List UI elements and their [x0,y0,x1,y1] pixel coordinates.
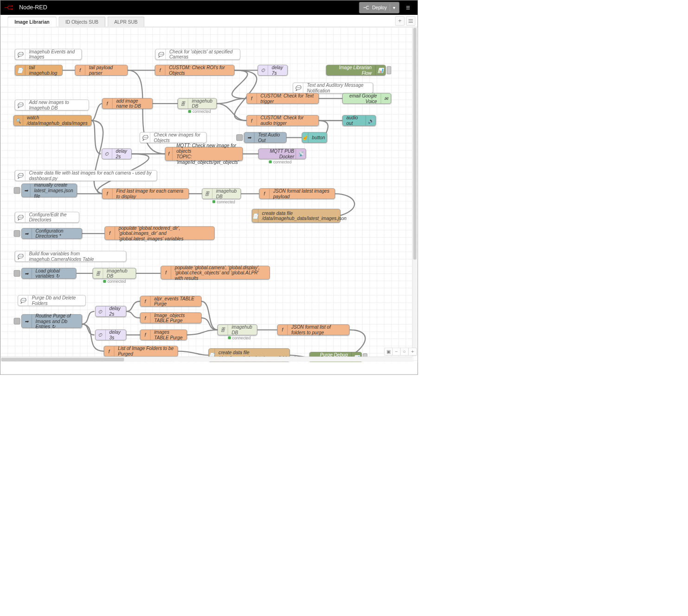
function-icon: f [75,65,85,75]
horizontal-scrollbar[interactable] [0,357,412,362]
node-config-dirs[interactable]: ➡ Configuration Directories * [21,228,82,239]
navigator-button[interactable]: ▣ [385,348,392,356]
speech-icon: 💬 [15,100,26,110]
database-icon: 🗄 [93,268,103,279]
add-tab-button[interactable]: + [395,16,405,26]
inject-button[interactable] [14,270,20,277]
function-icon: f [141,313,151,323]
speech-icon: 💬 [140,132,150,143]
node-find-last[interactable]: f Find last image for each camera to dis… [102,188,189,199]
comment-configure[interactable]: 💬 Configure/Edit the Directories [15,212,79,222]
status-connected: connected [212,200,235,204]
node-mqtt-pub[interactable]: MQTT PUB Docker 📡 connected [258,149,306,159]
tab-alpr-sub[interactable]: ALPR SUB [108,17,145,27]
node-add-image-db[interactable]: f add image name to DB [102,98,153,109]
tab-id-objects-sub[interactable]: ID Objects SUB [58,17,105,27]
node-routine-purge[interactable]: ➡ Routine Purge of Images and Db Entries… [21,314,82,328]
node-tail[interactable]: 📄 tail imagehub.log [15,65,63,76]
node-load-global[interactable]: ➡ Load global variables ↻ [21,268,77,279]
node-imagehub-db-4[interactable]: 🗄 imagehub DB connected [218,324,257,335]
inject-button[interactable] [14,230,20,237]
node-delay-2s[interactable]: ⏲ delay 2s [102,149,132,159]
function-icon: f [161,266,171,279]
function-icon: f [103,188,113,199]
deploy-label: Deploy [372,5,387,11]
function-icon: f [141,296,151,306]
node-populate-1[interactable]: f populate 'global.nodered_dir', 'global… [104,226,214,240]
flow-canvas[interactable]: 💬 Imagehub Events and Images 💬 Check for… [0,27,418,362]
node-imagehub-db-2[interactable]: 🗄 imagehub DB connected [202,188,241,199]
node-button[interactable]: ☝ button [302,132,328,143]
tab-image-librarian[interactable]: Image Librarian [7,17,56,27]
app-title: Node-RED [19,4,47,11]
comment-add-images[interactable]: 💬 Add new images to Imagehub DB [15,99,89,110]
speech-icon: 💬 [15,212,26,222]
node-imagehub-db-3[interactable]: 🗄 imagehub DB connected [93,268,136,279]
debug-toggle[interactable] [387,66,391,74]
arrow-icon: ➡ [22,228,32,239]
node-check-roi[interactable]: f CUSTOM: Check ROI's for Objects [155,65,235,76]
hand-icon: ☝ [302,132,308,143]
speech-icon: 💬 [15,251,26,261]
speech-icon: 💬 [15,49,26,59]
node-mqtt-check[interactable]: f MQTT: Check new image for objects TOPI… [165,147,243,161]
deploy-button[interactable]: Deploy ▾ [359,2,399,13]
inject-button[interactable] [14,187,20,194]
topbar: Node-RED Deploy ▾ ☰ [0,0,418,15]
node-imgobj-purge[interactable]: f Image_objects TABLE Purge [140,312,202,323]
status-connected: connected [188,110,211,114]
node-email[interactable]: email Google Voice ✉ [342,93,391,104]
node-audio-out[interactable]: audio out 🔊 [342,115,376,126]
menu-button[interactable]: ☰ [402,2,414,13]
zoom-in-button[interactable]: + [409,348,417,356]
status-connected: connected [269,160,292,164]
comment-check-new[interactable]: 💬 Check new images for Objects [140,132,206,143]
comment-check-objects[interactable]: 💬 Check for 'objects' at specified Camer… [155,49,240,59]
function-icon: f [103,98,113,109]
list-tabs-button[interactable] [406,16,415,26]
zoom-reset-button[interactable]: ○ [400,348,408,356]
node-test-audio[interactable]: ➡ Test Audio Out [244,132,287,143]
node-populate-2[interactable]: f populate 'global.camera', 'global.disp… [161,266,270,280]
speaker-icon: 🔊 [366,116,376,126]
node-watch[interactable]: 🔍 watch /data/imagehub_data/images [13,115,91,126]
tabbar: Image Librarian ID Objects SUB ALPR SUB … [0,15,418,27]
debug-icon: 📊 [375,65,386,75]
node-imagehub-db-1[interactable]: 🗄 imagehub DB connected [178,98,217,109]
search-icon: 🔍 [14,116,24,126]
svg-point-0 [11,5,13,6]
node-delay-3s[interactable]: ⏲ delay 3s [95,330,126,340]
file-icon: 📄 [15,65,26,75]
node-manual-create[interactable]: ➡ manually create latest_images.json fil… [21,183,77,197]
node-list-purge[interactable]: f List of Image Folders to be Purged [104,346,178,357]
comment-build-flow[interactable]: 💬 Build flow variables from imagehub.Cam… [15,251,126,262]
inject-button[interactable] [14,318,20,324]
inject-button[interactable] [236,134,243,141]
node-create-latest[interactable]: 📄 create data file /data/imagehub_data/l… [252,209,341,223]
function-icon: f [104,346,115,357]
broadcast-icon: 📡 [296,149,306,159]
timer-icon: ⏲ [96,330,106,340]
arrow-icon: ➡ [22,315,32,328]
speech-icon: 💬 [15,170,26,181]
node-images-purge[interactable]: f images TABLE Purge [140,330,187,340]
node-librarian-flow[interactable]: Image Librarian Flow 📊 [326,65,386,76]
node-json-latest[interactable]: f JSON format latest images payload [259,188,335,199]
node-check-audio[interactable]: f CUSTOM: Check for audio trigger [246,115,319,126]
timer-icon: ⏲ [96,306,106,317]
speech-icon: 💬 [18,295,28,305]
node-check-text[interactable]: f CUSTOM: Check for Text trigger [246,93,319,104]
svg-point-1 [11,8,13,10]
comment-events[interactable]: 💬 Imagehub Events and Images [15,49,82,59]
node-delay-2s-b[interactable]: ⏲ delay 2s [95,306,126,317]
zoom-out-button[interactable]: − [392,348,400,356]
node-tail-parser[interactable]: f tail payload parser [75,65,128,76]
function-icon: f [165,147,173,160]
comment-purge[interactable]: 💬 Purge Db and Delete Folders [18,295,86,306]
function-icon: f [155,65,166,75]
comment-create-data[interactable]: 💬 Create data file with last images for … [15,170,157,181]
node-json-purge[interactable]: f JSON format list of folders to purge [277,324,349,335]
vertical-scrollbar[interactable] [412,27,417,356]
node-delay-7s[interactable]: ⏲ delay 7s [257,65,288,76]
node-alpr-purge[interactable]: f alpr_events TABLE Purge [140,296,202,306]
